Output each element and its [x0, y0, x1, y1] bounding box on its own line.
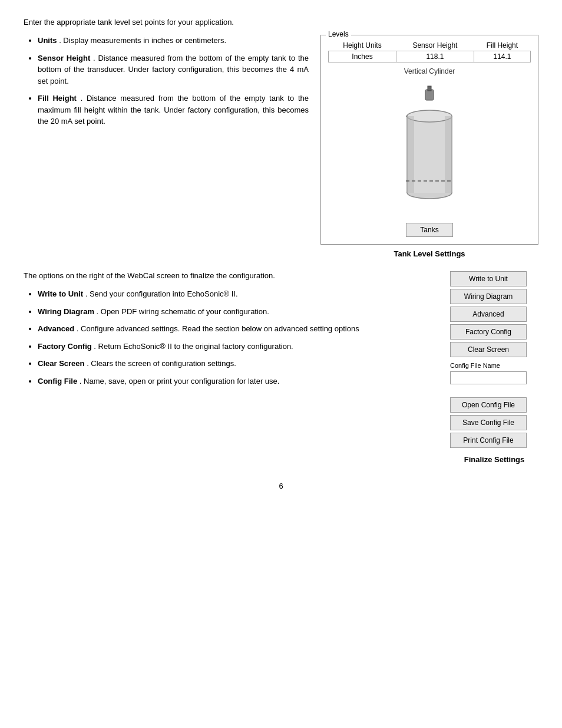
def-units: . Display measurements in inches or cent…	[59, 36, 226, 45]
def-write-to-unit: . Send your configuration into EchoSonic…	[85, 289, 238, 298]
intro-paragraph: Enter the appropriate tank level set poi…	[24, 18, 538, 27]
config-file-buttons: Open Config File Save Config File Print …	[450, 397, 538, 448]
config-file-name-label: Config File Name	[450, 362, 538, 369]
list-item: Advanced . Configure advanced settings. …	[38, 323, 438, 335]
def-clear-screen: . Clears the screen of configuration set…	[87, 359, 236, 368]
svg-rect-0	[425, 90, 434, 100]
col-height-units-header: Height Units	[329, 40, 396, 51]
tank-svg	[394, 84, 465, 213]
finalize-left: The options on the right of the WebCal s…	[24, 271, 438, 393]
levels-panel-wrapper: Levels Height Units Sensor Height Fill H…	[320, 35, 538, 258]
top-left-column: Units . Display measurements in inches o…	[24, 35, 309, 133]
cell-sensor-height: 118.1	[396, 51, 474, 62]
list-item: Factory Config . Return EchoSonic® II to…	[38, 341, 438, 353]
term-clear-screen: Clear Screen	[38, 359, 85, 368]
cell-height-units: Inches	[329, 51, 396, 62]
list-item: Wiring Diagram . Open PDF wiring schemat…	[38, 306, 438, 318]
list-item: Write to Unit . Send your configuration …	[38, 288, 438, 300]
term-wiring-diagram: Wiring Diagram	[38, 307, 94, 316]
top-bullet-list: Units . Display measurements in inches o…	[24, 35, 309, 127]
cell-fill-height: 114.1	[474, 51, 530, 62]
levels-panel: Levels Height Units Sensor Height Fill H…	[320, 35, 538, 245]
finalize-section: The options on the right of the WebCal s…	[24, 271, 538, 464]
list-item: Fill Height . Distance measured from the…	[38, 93, 309, 127]
top-section: Units . Display measurements in inches o…	[24, 35, 538, 258]
list-item: Units . Display measurements in inches o…	[38, 35, 309, 47]
tank-illustration	[328, 79, 531, 218]
page-number: 6	[24, 482, 538, 490]
figure-caption-top: Tank Level Settings	[320, 249, 538, 258]
list-item: Sensor Height . Distance measured from t…	[38, 52, 309, 87]
list-item: Config File . Name, save, open or print …	[38, 375, 438, 387]
figure-caption-bottom: Finalize Settings	[450, 455, 538, 464]
section-intro: The options on the right of the WebCal s…	[24, 271, 438, 280]
svg-rect-1	[428, 86, 431, 91]
config-file-name-input[interactable]	[450, 371, 527, 384]
clear-screen-button[interactable]: Clear Screen	[450, 342, 527, 357]
term-fill-height: Fill Height	[38, 94, 77, 103]
print-config-file-button[interactable]: Print Config File	[450, 433, 527, 448]
advanced-button[interactable]: Advanced	[450, 307, 527, 322]
def-wiring-diagram: . Open PDF wiring schematic of your conf…	[97, 307, 269, 316]
term-units: Units	[38, 36, 57, 45]
levels-panel-title: Levels	[326, 30, 351, 38]
open-config-file-button[interactable]: Open Config File	[450, 397, 527, 413]
finalize-right: Write to Unit Wiring Diagram Advanced Fa…	[450, 271, 538, 464]
def-fill-height: . Distance measured from the bottom of t…	[38, 94, 309, 126]
finalize-layout: The options on the right of the WebCal s…	[24, 271, 538, 464]
term-sensor-height: Sensor Height	[38, 54, 90, 62]
bottom-bullet-list: Write to Unit . Send your configuration …	[24, 288, 438, 387]
term-advanced: Advanced	[38, 324, 74, 333]
wiring-diagram-button[interactable]: Wiring Diagram	[450, 289, 527, 304]
def-factory-config: . Return EchoSonic® II to the original f…	[94, 342, 293, 351]
list-item: Clear Screen . Clears the screen of conf…	[38, 358, 438, 370]
def-advanced: . Configure advanced settings. Read the …	[77, 324, 359, 333]
levels-table: Height Units Sensor Height Fill Height I…	[328, 40, 531, 62]
write-to-unit-button[interactable]: Write to Unit	[450, 271, 527, 286]
term-write-to-unit: Write to Unit	[38, 289, 83, 298]
def-config-file: . Name, save, open or print your configu…	[80, 377, 280, 386]
factory-config-button[interactable]: Factory Config	[450, 324, 527, 340]
save-config-file-button[interactable]: Save Config File	[450, 415, 527, 430]
tank-type-label: Vertical Cylinder	[328, 67, 531, 75]
col-fill-height-header: Fill Height	[474, 40, 530, 51]
tanks-button[interactable]: Tanks	[406, 223, 453, 237]
col-sensor-height-header: Sensor Height	[396, 40, 474, 51]
term-config-file: Config File	[38, 377, 77, 386]
term-factory-config: Factory Config	[38, 342, 92, 351]
